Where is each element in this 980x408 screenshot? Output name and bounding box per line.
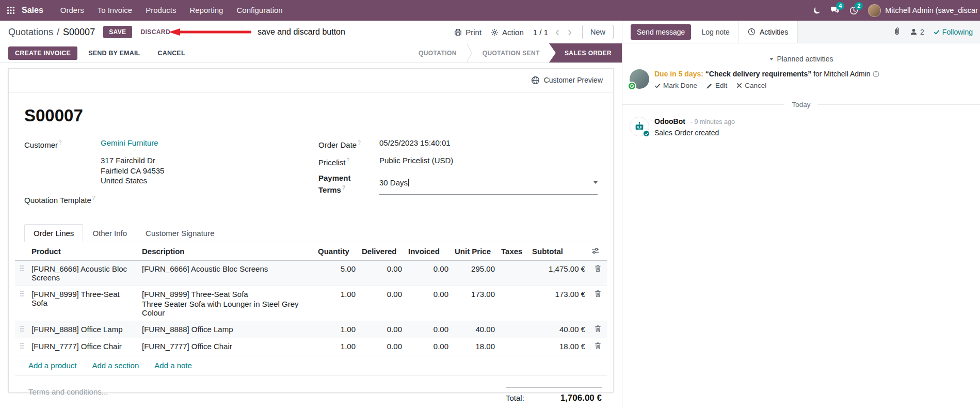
- print-button[interactable]: Print: [454, 28, 481, 37]
- save-button[interactable]: SAVE: [103, 26, 132, 38]
- tab-order-lines[interactable]: Order Lines: [24, 224, 83, 242]
- activities-systray-button[interactable]: 2: [844, 0, 863, 21]
- cell-quantity[interactable]: 5.00: [315, 260, 359, 286]
- info-icon[interactable]: [873, 71, 879, 77]
- order-lines-section: Product Description Quantity Delivered I…: [15, 242, 607, 403]
- cancel-activity-button[interactable]: Cancel: [736, 82, 766, 89]
- menu-reporting[interactable]: Reporting: [183, 0, 230, 21]
- cell-delivered[interactable]: 0.00: [359, 260, 405, 286]
- mark-done-button[interactable]: Mark Done: [654, 82, 697, 89]
- total-label: Total:: [506, 394, 524, 402]
- cell-unit-price[interactable]: 173.00: [452, 286, 498, 321]
- activity-actions: Mark Done Edit Cancel: [654, 82, 879, 89]
- following-button[interactable]: Following: [934, 28, 973, 36]
- systray: 4 2 Mitchell Admin (save_discar: [807, 0, 980, 21]
- table-row: [FURN_6666] Acoustic Bloc Screens [FURN_…: [15, 260, 607, 286]
- customer-preview-button[interactable]: Customer Preview: [531, 76, 603, 85]
- discard-button[interactable]: DISCARD: [136, 26, 175, 38]
- log-note-button[interactable]: Log note: [701, 28, 730, 36]
- check-icon: [654, 83, 661, 89]
- cell-product[interactable]: [FURN_8999] Three-Seat Sofa: [28, 286, 139, 321]
- cell-taxes[interactable]: [498, 338, 529, 355]
- delete-line-button[interactable]: [595, 290, 601, 299]
- cell-description[interactable]: [FURN_8888] Office Lamp: [139, 321, 315, 338]
- trash-icon: [595, 325, 601, 333]
- followers-button[interactable]: 2: [910, 28, 924, 36]
- cell-unit-price[interactable]: 295.00: [452, 260, 498, 286]
- drag-handle[interactable]: [20, 290, 24, 299]
- menu-products[interactable]: Products: [139, 0, 183, 21]
- status-step-quotation[interactable]: QUOTATION: [409, 43, 466, 62]
- app-brand-sales[interactable]: Sales: [22, 6, 43, 15]
- cell-delivered[interactable]: 0.00: [359, 321, 405, 338]
- cell-description[interactable]: [FURN_7777] Office Chair: [139, 338, 315, 355]
- card-body: S00007 Customer? Gemini Furniture 317 Fa…: [9, 92, 613, 403]
- new-button[interactable]: New: [582, 25, 614, 39]
- planned-activities-header[interactable]: Planned activities: [622, 43, 980, 68]
- cell-taxes[interactable]: [498, 286, 529, 321]
- user-menu[interactable]: Mitchell Admin (save_discar: [863, 4, 980, 17]
- drag-handle[interactable]: [20, 264, 24, 273]
- optional-columns-button[interactable]: [591, 247, 599, 256]
- order-date-field[interactable]: 05/25/2023 15:40:01: [379, 138, 451, 150]
- messages-button[interactable]: 4: [826, 0, 844, 21]
- cell-unit-price[interactable]: 40.00: [452, 321, 498, 338]
- cell-invoiced[interactable]: 0.00: [405, 260, 452, 286]
- delete-line-button[interactable]: [595, 264, 601, 274]
- payment-terms-input[interactable]: 30 Days: [379, 172, 598, 195]
- status-step-quotation-sent[interactable]: QUOTATION SENT: [473, 43, 549, 62]
- cancel-order-button[interactable]: CANCEL: [151, 46, 191, 60]
- send-message-button[interactable]: Send message: [631, 24, 691, 40]
- create-invoice-button[interactable]: CREATE INVOICE: [8, 46, 77, 60]
- messages-badge: 4: [836, 2, 844, 10]
- pager-count: 1 / 1: [533, 28, 548, 37]
- cell-product[interactable]: [FURN_6666] Acoustic Bloc Screens: [28, 260, 139, 286]
- cell-invoiced[interactable]: 0.00: [405, 338, 452, 355]
- dark-mode-button[interactable]: [807, 0, 826, 21]
- action-button[interactable]: Action: [491, 28, 524, 37]
- delete-line-button[interactable]: [595, 342, 601, 351]
- menu-orders[interactable]: Orders: [54, 0, 91, 21]
- apps-menu-button[interactable]: [0, 0, 22, 21]
- drag-handle[interactable]: [20, 342, 24, 351]
- followers-person-icon: [910, 28, 918, 36]
- cell-invoiced[interactable]: 0.00: [405, 321, 452, 338]
- cell-delivered[interactable]: 0.00: [359, 338, 405, 355]
- cell-quantity[interactable]: 1.00: [315, 321, 359, 338]
- tab-customer-signature[interactable]: Customer Signature: [136, 224, 223, 242]
- menu-to-invoice[interactable]: To Invoice: [91, 0, 139, 21]
- pricelist-field[interactable]: Public Pricelist (USD): [379, 155, 453, 167]
- add-section-link[interactable]: Add a section: [92, 361, 139, 370]
- add-product-link[interactable]: Add a product: [28, 361, 76, 370]
- today-divider: Today: [622, 101, 980, 108]
- dropdown-caret-icon[interactable]: [593, 181, 598, 184]
- cell-description[interactable]: [FURN_6666] Acoustic Bloc Screens: [139, 260, 315, 286]
- cell-product[interactable]: [FURN_7777] Office Chair: [28, 338, 139, 355]
- delete-line-button[interactable]: [595, 325, 601, 334]
- edit-activity-button[interactable]: Edit: [706, 82, 727, 89]
- pager-previous-button[interactable]: ‹: [554, 27, 560, 37]
- cell-taxes[interactable]: [498, 321, 529, 338]
- cell-delivered[interactable]: 0.00: [359, 286, 405, 321]
- terms-and-conditions-field[interactable]: Terms and conditions...: [28, 387, 108, 403]
- cell-quantity[interactable]: 1.00: [315, 338, 359, 355]
- breadcrumb-quotations-link[interactable]: Quotations: [8, 27, 53, 38]
- customer-link[interactable]: Gemini Furniture: [101, 138, 158, 150]
- cell-description[interactable]: [FURN_8999] Three-Seat SofaThree Seater …: [139, 286, 315, 321]
- trash-icon: [595, 342, 601, 350]
- drag-handle[interactable]: [20, 325, 24, 334]
- activities-tab[interactable]: Activities: [738, 21, 798, 43]
- add-note-link[interactable]: Add a note: [154, 361, 192, 370]
- status-step-sales-order[interactable]: SALES ORDER: [549, 43, 622, 62]
- cell-unit-price[interactable]: 18.00: [452, 338, 498, 355]
- menu-configuration[interactable]: Configuration: [230, 0, 289, 21]
- cell-product[interactable]: [FURN_8888] Office Lamp: [28, 321, 139, 338]
- pager-next-button[interactable]: ›: [567, 27, 573, 37]
- cell-quantity[interactable]: 1.00: [315, 286, 359, 321]
- odoobot-avatar: [630, 117, 649, 136]
- send-by-email-button[interactable]: SEND BY EMAIL: [82, 46, 147, 60]
- attachments-button[interactable]: [893, 27, 901, 37]
- cell-invoiced[interactable]: 0.00: [405, 286, 452, 321]
- cell-taxes[interactable]: [498, 260, 529, 286]
- tab-other-info[interactable]: Other Info: [83, 224, 136, 242]
